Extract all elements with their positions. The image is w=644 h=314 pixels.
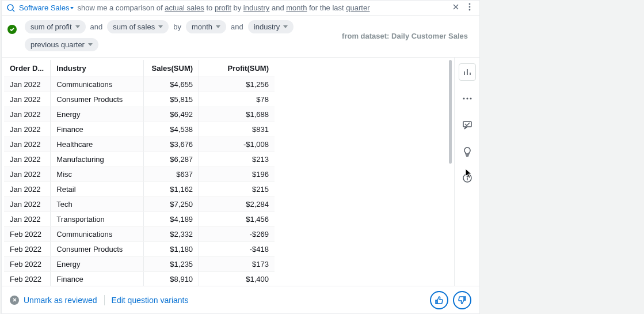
vertical-scrollbar[interactable]: [448, 58, 453, 286]
cell-profit: $831: [199, 122, 275, 137]
cell-industry: Finance: [51, 272, 144, 286]
info-button[interactable]: [459, 169, 476, 187]
table-row[interactable]: Jan 2022Consumer Products$5,815$78: [4, 92, 275, 107]
pill-container: sum of profit and sum of sales by month …: [25, 20, 342, 51]
cell-sales: $3,676: [144, 137, 199, 152]
cell-industry: Finance: [51, 122, 144, 137]
cell-industry: Communications: [51, 77, 144, 92]
table-row[interactable]: Feb 2022Finance$8,910$1,400: [4, 272, 275, 286]
cell-sales: $8,910: [144, 272, 199, 286]
cell-sales: $4,655: [144, 77, 199, 92]
cell-order-date: Feb 2022: [4, 242, 51, 257]
cell-industry: Consumer Products: [51, 92, 144, 107]
verified-icon: [7, 25, 17, 34]
cell-profit: $1,456: [199, 212, 275, 227]
table-row[interactable]: Feb 2022Communications$2,332-$269: [4, 227, 275, 242]
cell-sales: $6,492: [144, 107, 199, 122]
cell-profit: $1,400: [199, 272, 275, 286]
thumbs-down-button[interactable]: [453, 291, 471, 309]
svg-point-11: [466, 97, 468, 99]
svg-point-6: [469, 9, 471, 11]
col-industry[interactable]: Industry: [51, 60, 144, 77]
table-header-row: Order D... Industry Sales(SUM) Profit(SU…: [4, 60, 275, 77]
topic-selector[interactable]: Software Sales: [19, 3, 74, 12]
cell-sales: $5,815: [144, 92, 199, 107]
col-sales[interactable]: Sales(SUM): [144, 60, 199, 77]
cell-order-date: Jan 2022: [4, 137, 51, 152]
answer-panel: Software Sales show me a comparison of a…: [1, 0, 480, 314]
cell-sales: $2,332: [144, 227, 199, 242]
more-menu-button[interactable]: [464, 3, 475, 13]
thumbs-up-button[interactable]: [430, 291, 448, 309]
cell-sales: $1,180: [144, 242, 199, 257]
table-row[interactable]: Jan 2022Manufacturing$6,287$213: [4, 152, 275, 167]
cell-order-date: Jan 2022: [4, 182, 51, 197]
table-row[interactable]: Jan 2022Finance$4,538$831: [4, 122, 275, 137]
feedback-button[interactable]: [459, 116, 476, 134]
topic-label: Software Sales: [19, 3, 69, 12]
word-by: by: [173, 22, 181, 31]
chevron-down-icon: [75, 25, 80, 28]
pill-sum-profit[interactable]: sum of profit: [25, 20, 86, 33]
q-logo-icon: [6, 3, 16, 13]
svg-point-4: [469, 3, 471, 5]
table-row[interactable]: Feb 2022Energy$1,235$173: [4, 257, 275, 272]
cell-industry: Tech: [51, 197, 144, 212]
table-scroll-area[interactable]: Order D... Industry Sales(SUM) Profit(SU…: [2, 58, 448, 286]
table-row[interactable]: Jan 2022Tech$7,250$2,284: [4, 197, 275, 212]
svg-point-12: [470, 97, 471, 99]
review-footer: Unmark as reviewed Edit question variant…: [2, 286, 479, 313]
table-row[interactable]: Feb 2022Consumer Products$1,180-$418: [4, 242, 275, 257]
col-order-date[interactable]: Order D...: [4, 60, 51, 77]
cell-industry: Misc: [51, 167, 144, 182]
cell-profit: $215: [199, 182, 275, 197]
table-row[interactable]: Jan 2022Transportation$4,189$1,456: [4, 212, 275, 227]
unmark-icon: [10, 296, 19, 305]
chevron-down-icon: [216, 25, 220, 28]
change-visual-type-button[interactable]: [459, 63, 476, 81]
table-row[interactable]: Jan 2022Retail$1,162$215: [4, 182, 275, 197]
pill-month[interactable]: month: [186, 20, 226, 33]
cell-profit: $213: [199, 152, 275, 167]
pill-previous-quarter[interactable]: previous quarter: [25, 38, 98, 51]
cell-sales: $4,538: [144, 122, 199, 137]
unmark-reviewed-link[interactable]: Unmark as reviewed: [24, 296, 97, 305]
pill-sum-sales[interactable]: sum of sales: [107, 20, 169, 33]
cell-industry: Energy: [51, 107, 144, 122]
svg-point-5: [469, 6, 471, 8]
table-row[interactable]: Jan 2022Misc$637$196: [4, 167, 275, 182]
cell-profit: $196: [199, 167, 275, 182]
cell-order-date: Jan 2022: [4, 197, 51, 212]
chevron-down-icon: [283, 25, 288, 28]
cell-industry: Retail: [51, 182, 144, 197]
visual-toolbar: [454, 58, 479, 286]
cell-order-date: Jan 2022: [4, 122, 51, 137]
cell-industry: Healthcare: [51, 137, 144, 152]
clear-query-button[interactable]: [451, 3, 461, 13]
cell-industry: Energy: [51, 257, 144, 272]
feedback-thumbs: [430, 291, 471, 309]
cell-industry: Manufacturing: [51, 152, 144, 167]
cell-sales: $637: [144, 167, 199, 182]
col-profit[interactable]: Profit(SUM): [199, 60, 275, 77]
cell-order-date: Jan 2022: [4, 107, 51, 122]
cell-order-date: Jan 2022: [4, 92, 51, 107]
cell-order-date: Jan 2022: [4, 167, 51, 182]
cell-order-date: Feb 2022: [4, 272, 51, 286]
answer-content: Order D... Industry Sales(SUM) Profit(SU…: [2, 58, 479, 286]
chevron-down-icon: [70, 7, 74, 9]
svg-point-16: [467, 176, 468, 177]
cell-profit: -$269: [199, 227, 275, 242]
table-row[interactable]: Jan 2022Communications$4,655$1,256: [4, 77, 275, 92]
dataset-label: from dataset: Daily Customer Sales: [342, 32, 474, 40]
edit-variants-link[interactable]: Edit question variants: [112, 296, 189, 305]
table-row[interactable]: Jan 2022Healthcare$3,676-$1,008: [4, 137, 275, 152]
cell-order-date: Feb 2022: [4, 257, 51, 272]
cell-sales: $1,162: [144, 182, 199, 197]
more-options-button[interactable]: [459, 90, 476, 107]
cell-profit: $1,688: [199, 107, 275, 122]
nlq-input[interactable]: show me a comparison of actual sales to …: [77, 3, 447, 12]
insights-button[interactable]: [459, 143, 476, 160]
pill-industry[interactable]: industry: [248, 20, 294, 33]
table-row[interactable]: Jan 2022Energy$6,492$1,688: [4, 107, 275, 122]
